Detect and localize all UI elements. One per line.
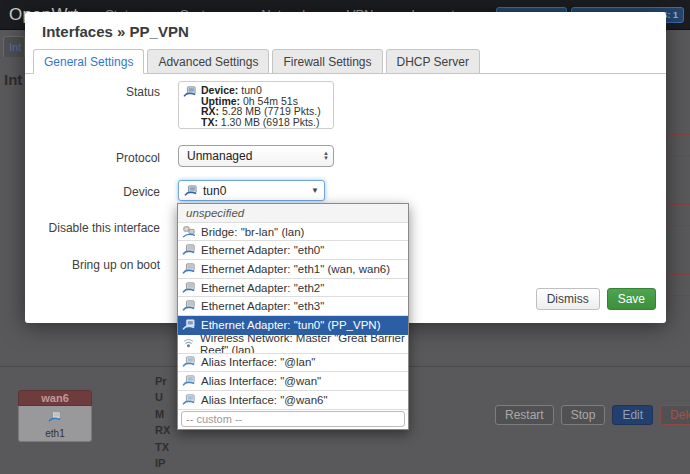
dismiss-button[interactable]: Dismiss <box>536 288 600 310</box>
protocol-select[interactable]: Unmanaged ▲▼ <box>178 145 334 167</box>
tab-general-settings[interactable]: General Settings <box>33 49 144 74</box>
save-button[interactable]: Save <box>607 288 656 310</box>
stop-button[interactable]: Stop <box>561 405 606 425</box>
dropdown-option-alias-lan[interactable]: Alias Interface: "@lan" <box>178 354 408 373</box>
interface-status-box: Device: tun0 Uptime: 0h 54m 51s RX: 5.28… <box>178 81 334 129</box>
status-label: Status <box>40 85 160 99</box>
ethernet-adapter-icon <box>182 244 196 256</box>
custom-device-input[interactable] <box>181 411 405 427</box>
interface-device-cell: eth1 <box>18 406 92 442</box>
dropdown-option-wireless[interactable]: Wireless Network: Master "Great Barrier … <box>178 335 408 354</box>
protocol-label: Protocol <box>40 151 160 165</box>
alias-interface-icon <box>182 375 196 387</box>
background-status-labels: Pr U M RX TX IP <box>155 373 178 471</box>
caret-down-icon: ▼ <box>311 186 319 195</box>
ethernet-adapter-icon <box>182 300 196 312</box>
alias-interface-icon <box>182 394 196 406</box>
wifi-icon <box>182 338 195 350</box>
tab-advanced-settings[interactable]: Advanced Settings <box>147 49 269 74</box>
screen: OpenWrt Status▼ System▼ Network▼ VPN▼ Lo… <box>0 0 690 474</box>
ethernet-adapter-icon <box>48 411 62 423</box>
tab-firewall-settings[interactable]: Firewall Settings <box>272 49 382 74</box>
dropdown-option-eth1[interactable]: Ethernet Adapter: "eth1" (wan, wan6) <box>178 260 408 279</box>
background-button-fragment <box>667 204 690 226</box>
edit-button[interactable]: Edit <box>612 405 653 425</box>
background-interface-actions: Restart Stop Edit Delete <box>495 405 690 425</box>
zone-badge-wan6: wan6 <box>18 390 92 406</box>
background-button-fragment <box>667 134 690 156</box>
modal-title: Interfaces » PP_VPN <box>42 23 189 40</box>
device-dropdown-list: unspecified Bridge: "br-lan" (lan) Ether… <box>177 203 409 430</box>
ethernet-adapter-icon <box>182 263 196 275</box>
dropdown-option-alias-wan[interactable]: Alias Interface: "@wan" <box>178 372 408 391</box>
background-page-heading: Int <box>4 71 22 88</box>
background-button-fragment <box>667 274 690 296</box>
tunnel-interface-icon <box>183 86 197 125</box>
select-stepper-icon: ▲▼ <box>323 151 329 161</box>
device-combobox[interactable]: tun0 ▼ <box>178 180 325 201</box>
tunnel-interface-icon <box>184 185 198 197</box>
tab-dhcp-server[interactable]: DHCP Server <box>386 49 480 74</box>
interface-device-name: eth1 <box>19 428 91 439</box>
restart-button[interactable]: Restart <box>495 405 554 425</box>
ethernet-adapter-icon <box>182 282 196 294</box>
dropdown-option-eth2[interactable]: Ethernet Adapter: "eth2" <box>178 279 408 298</box>
dropdown-option-alias-wan6[interactable]: Alias Interface: "@wan6" <box>178 391 408 410</box>
dropdown-option-eth0[interactable]: Ethernet Adapter: "eth0" <box>178 241 408 260</box>
disable-interface-label: Disable this interface <box>40 221 160 235</box>
interface-status-text: Device: tun0 Uptime: 0h 54m 51s RX: 5.28… <box>201 85 321 125</box>
modal-tab-bar: General Settings Advanced Settings Firew… <box>25 49 666 74</box>
dropdown-option-tun0-selected[interactable]: Ethernet Adapter: "tun0" (PP_VPN) <box>178 316 408 335</box>
background-interfaces-tab: Int <box>3 36 25 57</box>
alias-interface-icon <box>182 356 196 368</box>
background-interface-box-wan6: wan6 eth1 <box>18 390 92 442</box>
dropdown-option-br-lan[interactable]: Bridge: "br-lan" (lan) <box>178 223 408 242</box>
delete-button[interactable]: Delete <box>660 405 690 425</box>
bring-up-on-boot-label: Bring up on boot <box>40 258 160 272</box>
dropdown-option-unspecified[interactable]: unspecified <box>178 204 408 223</box>
dropdown-option-eth3[interactable]: Ethernet Adapter: "eth3" <box>178 297 408 316</box>
bridge-icon <box>182 226 196 238</box>
tunnel-interface-icon <box>182 319 196 331</box>
modal-actions: Dismiss Save <box>536 288 656 310</box>
device-label: Device <box>40 185 160 199</box>
dropdown-custom-row <box>178 410 408 429</box>
